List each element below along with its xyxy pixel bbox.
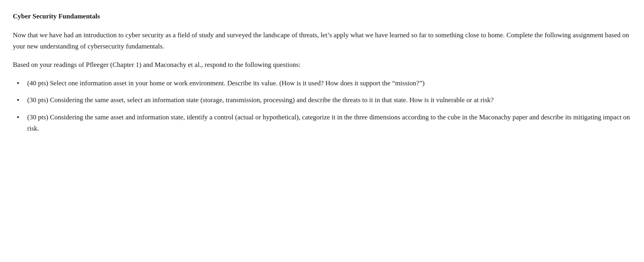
questions-list: • (40 pts) Select one information asset … bbox=[13, 78, 631, 135]
list-item: • (30 pts) Considering the same asset, s… bbox=[17, 95, 631, 106]
list-item: • (30 pts) Considering the same asset an… bbox=[17, 112, 631, 134]
intro-paragraph: Now that we have had an introduction to … bbox=[13, 30, 631, 52]
page-title: Cyber Security Fundamentals bbox=[13, 11, 631, 22]
question-1-text: (40 pts) Select one information asset in… bbox=[27, 78, 631, 89]
question-2-text: (30 pts) Considering the same asset, sel… bbox=[27, 95, 631, 106]
bullet-icon: • bbox=[17, 95, 26, 106]
question-3-text: (30 pts) Considering the same asset and … bbox=[27, 112, 631, 134]
bullet-icon: • bbox=[17, 112, 26, 123]
reading-paragraph: Based on your readings of Pfleeger (Chap… bbox=[13, 59, 631, 71]
list-item: • (40 pts) Select one information asset … bbox=[17, 78, 631, 89]
bullet-icon: • bbox=[17, 78, 26, 89]
